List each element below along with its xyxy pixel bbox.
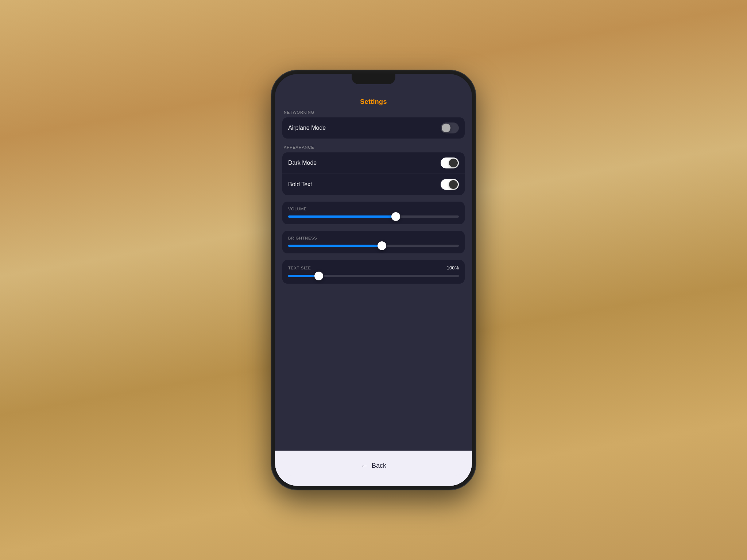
brightness-card: BRIGHTNESS bbox=[282, 231, 465, 253]
back-bar: ← Back bbox=[275, 451, 472, 486]
brightness-track[interactable] bbox=[288, 245, 459, 247]
airplane-mode-row[interactable]: Airplane Mode bbox=[282, 117, 465, 139]
back-button-label: Back bbox=[372, 462, 386, 470]
volume-label: VOLUME bbox=[288, 207, 307, 211]
volume-fill bbox=[288, 215, 396, 218]
phone-screen: Settings NETWORKING Airplane Mode bbox=[275, 74, 472, 486]
volume-thumb[interactable] bbox=[391, 212, 400, 221]
section-text-size: TEXT SIZE 100% bbox=[282, 260, 465, 284]
notch bbox=[352, 74, 395, 84]
airplane-mode-knob bbox=[442, 124, 450, 132]
bold-text-knob bbox=[449, 180, 458, 189]
screen-content: Settings NETWORKING Airplane Mode bbox=[275, 74, 472, 486]
phone-device: Settings NETWORKING Airplane Mode bbox=[271, 70, 476, 490]
bold-text-row[interactable]: Bold Text bbox=[282, 174, 465, 195]
section-networking: NETWORKING Airplane Mode bbox=[282, 110, 465, 139]
section-appearance: APPEARANCE Dark Mode Bold Text bbox=[282, 145, 465, 195]
bold-text-label: Bold Text bbox=[288, 181, 312, 188]
dark-mode-row[interactable]: Dark Mode bbox=[282, 152, 465, 174]
volume-label-row: VOLUME bbox=[288, 207, 459, 211]
back-button[interactable]: ← Back bbox=[282, 456, 465, 476]
volume-card: VOLUME bbox=[282, 202, 465, 224]
text-size-label: TEXT SIZE bbox=[288, 266, 311, 270]
airplane-mode-label: Airplane Mode bbox=[288, 125, 326, 131]
networking-label: NETWORKING bbox=[282, 110, 465, 114]
brightness-label-row: BRIGHTNESS bbox=[288, 236, 459, 240]
section-brightness: BRIGHTNESS bbox=[282, 231, 465, 253]
page-header: Settings bbox=[275, 92, 472, 110]
networking-card: Airplane Mode bbox=[282, 117, 465, 139]
back-arrow-icon: ← bbox=[361, 462, 368, 470]
text-size-label-row: TEXT SIZE 100% bbox=[288, 265, 459, 271]
appearance-card: Dark Mode Bold Text bbox=[282, 152, 465, 195]
brightness-label: BRIGHTNESS bbox=[288, 236, 317, 240]
airplane-mode-toggle[interactable] bbox=[441, 122, 459, 133]
text-size-thumb[interactable] bbox=[314, 272, 323, 280]
brightness-fill bbox=[288, 245, 382, 247]
bold-text-toggle[interactable] bbox=[441, 179, 459, 190]
dark-mode-knob bbox=[449, 159, 458, 167]
appearance-label: APPEARANCE bbox=[282, 145, 465, 149]
text-size-value: 100% bbox=[447, 265, 459, 271]
settings-scroll[interactable]: NETWORKING Airplane Mode APPEARANCE bbox=[275, 110, 472, 451]
volume-track[interactable] bbox=[288, 215, 459, 218]
section-volume: VOLUME bbox=[282, 202, 465, 224]
text-size-track[interactable] bbox=[288, 275, 459, 277]
page-title: Settings bbox=[360, 98, 387, 105]
dark-mode-toggle[interactable] bbox=[441, 158, 459, 168]
dark-mode-label: Dark Mode bbox=[288, 160, 317, 166]
text-size-card: TEXT SIZE 100% bbox=[282, 260, 465, 284]
brightness-thumb[interactable] bbox=[378, 241, 386, 250]
